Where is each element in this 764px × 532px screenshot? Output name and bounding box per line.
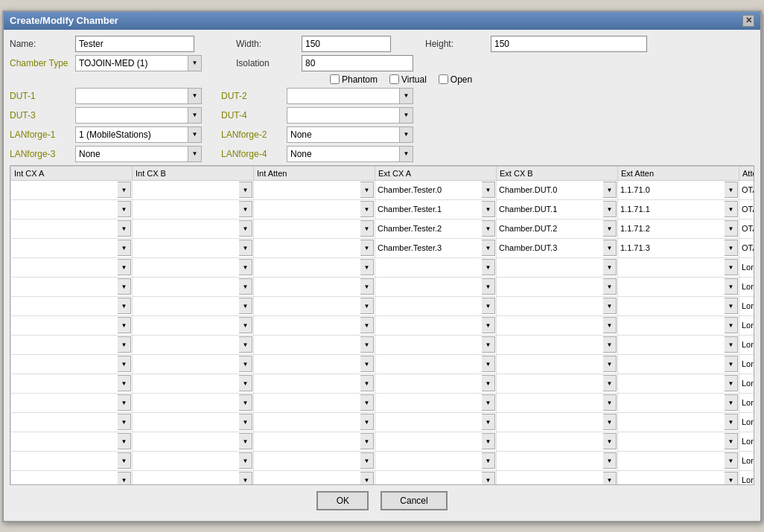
cell-extCxA-input[interactable] (376, 375, 482, 391)
cell-intCxA-dropdown-btn[interactable]: ▼ (118, 317, 131, 333)
cell-intCxA-input[interactable] (12, 220, 118, 237)
cell-extCxA-input[interactable] (376, 356, 482, 372)
cell-intAtten-dropdown-btn[interactable]: ▼ (360, 394, 374, 411)
cell-intCxA-input[interactable] (12, 298, 118, 314)
cell-extCxB-dropdown-btn[interactable]: ▼ (603, 433, 617, 449)
chamber-type-input[interactable] (75, 55, 188, 71)
cell-extCxB-dropdown-btn[interactable]: ▼ (603, 317, 617, 333)
cell-intCxB-dropdown-btn[interactable]: ▼ (239, 259, 252, 275)
lanforge3-input[interactable] (75, 146, 188, 162)
cell-intCxB-input[interactable] (133, 298, 239, 314)
cell-extCxA-dropdown-btn[interactable]: ▼ (482, 356, 495, 372)
cell-extCxA-dropdown-btn[interactable]: ▼ (482, 298, 495, 314)
cell-attenFloor-input[interactable] (740, 375, 754, 391)
cell-intAtten-input[interactable] (255, 472, 360, 485)
cell-intAtten-input[interactable] (255, 336, 360, 353)
cell-extCxB-dropdown-btn[interactable]: ▼ (603, 240, 617, 256)
cell-extCxA-input[interactable] (376, 317, 482, 333)
cell-extAtten-dropdown-btn[interactable]: ▼ (725, 452, 738, 469)
cell-intAtten-dropdown-btn[interactable]: ▼ (360, 375, 374, 391)
cell-extAtten-input[interactable] (619, 394, 725, 411)
cell-attenFloor-input[interactable] (740, 336, 754, 353)
cell-intCxB-input[interactable] (133, 259, 239, 275)
lanforge2-dropdown-btn[interactable]: ▼ (400, 126, 413, 143)
cell-attenFloor-input[interactable] (740, 317, 754, 333)
cell-extAtten-dropdown-btn[interactable]: ▼ (725, 433, 738, 449)
cell-intAtten-input[interactable] (255, 298, 360, 314)
cell-extAtten-input[interactable] (619, 220, 725, 237)
cell-intCxB-dropdown-btn[interactable]: ▼ (239, 336, 252, 353)
cell-intAtten-dropdown-btn[interactable]: ▼ (360, 259, 374, 275)
cell-intCxA-input[interactable] (12, 452, 118, 469)
cell-intAtten-dropdown-btn[interactable]: ▼ (360, 317, 374, 333)
cell-attenFloor-input[interactable] (740, 452, 754, 469)
cell-extAtten-input[interactable] (619, 240, 725, 256)
cell-attenFloor-input[interactable] (740, 259, 754, 275)
cell-extAtten-dropdown-btn[interactable]: ▼ (725, 394, 738, 411)
cell-extCxB-input[interactable] (497, 201, 603, 217)
cell-intAtten-dropdown-btn[interactable]: ▼ (360, 472, 374, 485)
cell-intCxA-input[interactable] (12, 336, 118, 353)
cell-intCxB-input[interactable] (133, 278, 239, 295)
cell-intAtten-dropdown-btn[interactable]: ▼ (360, 298, 374, 314)
cell-extCxB-dropdown-btn[interactable]: ▼ (603, 452, 617, 469)
cell-extCxA-input[interactable] (376, 414, 482, 430)
cell-intCxB-dropdown-btn[interactable]: ▼ (239, 220, 252, 237)
cell-extCxB-dropdown-btn[interactable]: ▼ (603, 375, 617, 391)
cell-intAtten-input[interactable] (255, 278, 360, 295)
cell-extAtten-dropdown-btn[interactable]: ▼ (725, 240, 738, 256)
cell-intCxB-input[interactable] (133, 414, 239, 430)
cell-attenFloor-input[interactable] (740, 356, 754, 372)
cell-extCxA-input[interactable] (376, 433, 482, 449)
cell-intAtten-input[interactable] (255, 356, 360, 372)
cell-intCxB-dropdown-btn[interactable]: ▼ (239, 414, 252, 430)
cell-intCxA-input[interactable] (12, 182, 118, 198)
cell-intCxA-dropdown-btn[interactable]: ▼ (118, 220, 131, 237)
cell-extAtten-dropdown-btn[interactable]: ▼ (725, 317, 738, 333)
cell-extAtten-input[interactable] (619, 375, 725, 391)
cell-intCxB-dropdown-btn[interactable]: ▼ (239, 201, 252, 217)
cell-extCxB-input[interactable] (497, 433, 603, 449)
cell-intCxA-dropdown-btn[interactable]: ▼ (118, 356, 131, 372)
cell-intAtten-dropdown-btn[interactable]: ▼ (360, 452, 374, 469)
cell-extCxB-input[interactable] (497, 182, 603, 198)
cell-intCxA-dropdown-btn[interactable]: ▼ (118, 414, 131, 430)
cell-intAtten-dropdown-btn[interactable]: ▼ (360, 220, 374, 237)
cell-intCxB-input[interactable] (133, 240, 239, 256)
cell-extAtten-dropdown-btn[interactable]: ▼ (725, 220, 738, 237)
cell-extCxA-dropdown-btn[interactable]: ▼ (482, 182, 495, 198)
cell-intCxB-dropdown-btn[interactable]: ▼ (239, 298, 252, 314)
dut4-dropdown-btn[interactable]: ▼ (400, 107, 413, 124)
cell-intCxA-input[interactable] (12, 201, 118, 217)
cell-intCxB-input[interactable] (133, 317, 239, 333)
cell-intCxA-dropdown-btn[interactable]: ▼ (118, 259, 131, 275)
cell-extCxB-dropdown-btn[interactable]: ▼ (603, 414, 617, 430)
cell-extCxA-dropdown-btn[interactable]: ▼ (482, 201, 495, 217)
cell-extCxA-input[interactable] (376, 394, 482, 411)
cell-intAtten-input[interactable] (255, 433, 360, 449)
cell-intAtten-input[interactable] (255, 240, 360, 256)
cell-intAtten-dropdown-btn[interactable]: ▼ (360, 433, 374, 449)
dut3-input[interactable] (75, 107, 188, 124)
lanforge3-dropdown-btn[interactable]: ▼ (188, 146, 202, 162)
cell-intCxB-dropdown-btn[interactable]: ▼ (239, 278, 252, 295)
cell-extAtten-input[interactable] (619, 317, 725, 333)
cell-attenFloor-input[interactable] (740, 201, 754, 217)
cell-extAtten-dropdown-btn[interactable]: ▼ (725, 278, 738, 295)
lanforge4-dropdown-btn[interactable]: ▼ (400, 146, 413, 162)
cell-attenFloor-input[interactable] (740, 472, 754, 485)
cell-extAtten-input[interactable] (619, 298, 725, 314)
cell-intCxA-dropdown-btn[interactable]: ▼ (118, 452, 131, 469)
phantom-checkbox[interactable] (330, 74, 340, 84)
cell-extAtten-input[interactable] (619, 414, 725, 430)
dut3-dropdown-btn[interactable]: ▼ (188, 107, 202, 124)
open-checkbox[interactable] (439, 74, 448, 84)
cell-intCxB-dropdown-btn[interactable]: ▼ (239, 317, 252, 333)
name-input[interactable] (75, 36, 194, 52)
cell-extCxB-input[interactable] (497, 298, 603, 314)
cell-extAtten-input[interactable] (619, 356, 725, 372)
width-input[interactable] (302, 36, 391, 52)
cell-intCxA-input[interactable] (12, 394, 118, 411)
cell-attenFloor-input[interactable] (740, 278, 754, 295)
cell-extCxB-input[interactable] (497, 240, 603, 256)
